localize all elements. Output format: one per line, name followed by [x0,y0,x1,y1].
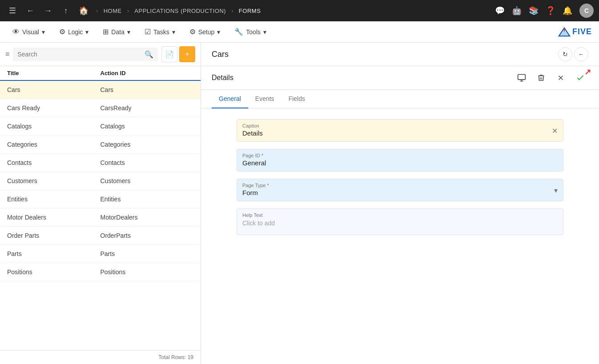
search-bar: 🔍 [13,48,158,61]
home-icon[interactable]: 🏠 [76,4,91,18]
help-text-field[interactable]: Help Text Click to add [237,208,563,235]
panel-nav-refresh[interactable]: ↻ [558,47,572,61]
table-row[interactable]: Categories Categories [0,136,201,154]
setup-icon: ⚙ [189,28,196,36]
table-row[interactable]: Customers Customers [0,172,201,190]
up-icon[interactable]: ↑ [59,4,73,18]
user-avatar[interactable]: C [579,4,594,18]
nav-setup[interactable]: ⚙ Setup ▾ [184,24,226,40]
tab-events[interactable]: Events [248,90,281,108]
table-row[interactable]: Positions Positions [0,263,201,281]
close-button[interactable] [553,70,569,86]
page-id-label: Page ID * [242,153,558,158]
display-icon [517,73,526,82]
breadcrumb-apps[interactable]: APPLICATIONS (PRODUCTION) [134,8,226,14]
nav-setup-arrow: ▾ [217,28,220,36]
five-logo: FIVE [558,27,592,37]
bot-icon[interactable]: 🤖 [512,6,522,16]
page-type-value[interactable]: Form [242,189,545,196]
nav-tasks-label: Tasks [153,28,169,36]
document-button[interactable]: 📄 [161,46,177,62]
page-type-input-wrapper: Page Type * Form ▾ [237,179,563,201]
row-title: Positions [7,268,101,276]
table-row[interactable]: Cars Ready CarsReady [0,99,201,117]
caption-clear-button[interactable]: ✕ [552,126,558,135]
table-row[interactable]: Motor Dealers MotorDealers [0,208,201,227]
table-row[interactable]: Parts Parts [0,245,201,263]
breadcrumb-forms[interactable]: FORMS [239,8,261,14]
search-icon[interactable]: 🔍 [145,50,153,59]
menu-icon[interactable]: ☰ [5,4,20,18]
check-icon [576,73,585,82]
tools-icon: 🔧 [234,28,243,36]
panel-action-buttons: ↗ [514,70,588,86]
nav-tools[interactable]: 🔧 Tools ▾ [229,24,272,40]
five-logo-icon [558,27,571,37]
table-row[interactable]: Catalogs Catalogs [0,117,201,136]
row-title: Motor Dealers [7,214,101,221]
caption-value[interactable]: Details [242,129,545,137]
breadcrumb-home[interactable]: HOME [104,8,122,14]
row-title: Parts [7,250,101,257]
table-row[interactable]: Order Parts OrderParts [0,227,201,245]
nav-setup-label: Setup [198,28,215,36]
nav-logic[interactable]: ⚙ Logic ▾ [54,24,94,40]
panel-title: Cars [212,50,558,59]
nav-tools-arrow: ▾ [263,28,266,36]
row-title: Cars Ready [7,104,101,112]
tab-general[interactable]: General [212,90,248,108]
trash-icon [537,74,545,82]
filter-icon[interactable]: ≡ [5,50,9,58]
panel-nav-back[interactable]: ← [574,47,588,61]
tab-fields[interactable]: Fields [281,90,312,108]
notifications-icon[interactable]: 🔔 [563,6,572,16]
visual-icon: 👁 [12,28,20,36]
row-action-id: Positions [101,268,194,276]
add-button[interactable]: + [179,46,195,62]
row-action-id: Entities [101,196,194,203]
delete-button[interactable] [533,70,549,86]
help-text-value[interactable]: Click to add [242,220,558,227]
back-icon[interactable]: ← [23,4,37,18]
display-settings-button[interactable] [514,70,530,86]
table-header: Title Action ID [0,66,201,81]
feedback-icon[interactable]: 💬 [495,6,505,16]
page-type-dropdown-button[interactable]: ▾ [554,186,558,194]
page-id-value[interactable]: General [242,159,558,167]
nav-tasks[interactable]: ☑ Tasks ▾ [139,24,181,40]
caption-label: Caption [242,123,545,128]
nav-visual[interactable]: 👁 Visual ▾ [7,24,50,40]
data-icon: ⊞ [103,28,109,36]
help-icon[interactable]: ❓ [546,6,555,16]
row-title: Order Parts [7,232,101,239]
row-action-id: Categories [101,141,194,148]
row-action-id: Contacts [101,159,194,166]
caption-field: Caption Details ✕ [237,119,563,142]
docs-icon[interactable]: 📚 [529,6,539,16]
tasks-icon: ☑ [145,28,151,36]
form-area: Caption Details ✕ Page ID * General Page… [201,108,599,246]
column-action-id: Action ID [101,70,194,76]
page-type-label: Page Type * [242,183,545,188]
table-row[interactable]: Cars Cars [0,81,201,99]
save-button[interactable] [572,70,588,86]
search-input[interactable] [17,51,141,58]
row-action-id: Cars [101,86,194,93]
logic-icon: ⚙ [59,28,65,36]
row-action-id: CarsReady [101,104,194,112]
row-title: Cars [7,86,101,93]
nav-tools-label: Tools [246,28,261,36]
nav-tasks-arrow: ▾ [172,28,175,36]
table-row[interactable]: Entities Entities [0,190,201,208]
sidebar-search-area: ≡ 🔍 📄 + [0,43,201,66]
row-action-id: Customers [101,177,194,184]
column-title: Title [7,70,101,76]
sidebar-action-buttons: 📄 + [161,46,195,62]
nav-data[interactable]: ⊞ Data ▾ [97,24,136,40]
row-title: Catalogs [7,123,101,130]
table-row[interactable]: Contacts Contacts [0,154,201,172]
page-id-input-wrapper: Page ID * General [237,149,563,172]
nav-data-arrow: ▾ [127,28,130,36]
forward-icon[interactable]: → [41,4,55,18]
nav-logic-label: Logic [68,28,83,36]
